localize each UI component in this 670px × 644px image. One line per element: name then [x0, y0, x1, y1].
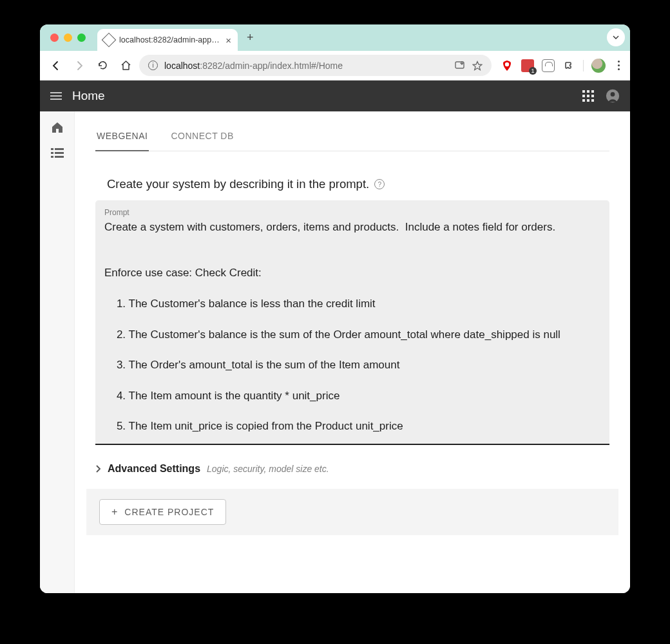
svg-rect-2 [582, 90, 585, 93]
help-icon[interactable]: ? [374, 179, 385, 189]
plus-icon: + [111, 506, 118, 518]
url-text: localhost:8282/admin-app/index.html#/Hom… [164, 61, 343, 71]
nav-back-button[interactable] [46, 56, 66, 75]
app-body: WEBGENAI CONNECT DB Create your system b… [40, 111, 630, 593]
profile-avatar-icon[interactable] [591, 59, 606, 73]
svg-rect-0 [455, 62, 464, 68]
svg-rect-14 [55, 148, 64, 150]
chevron-right-icon [95, 465, 101, 473]
sidebar-list-icon[interactable] [50, 146, 64, 160]
site-info-icon[interactable]: i [148, 61, 158, 70]
window-controls [50, 33, 86, 42]
svg-rect-4 [591, 90, 594, 93]
toolbar-separator [583, 60, 584, 71]
svg-rect-6 [587, 95, 589, 97]
apps-grid-icon[interactable] [581, 89, 595, 103]
window-close-button[interactable] [50, 33, 59, 42]
install-app-icon[interactable] [455, 61, 466, 70]
new-tab-button[interactable]: + [247, 31, 254, 44]
menu-toggle-button[interactable] [50, 92, 62, 100]
svg-point-12 [611, 92, 615, 97]
browser-menu-icon[interactable] [613, 59, 624, 72]
bookmark-star-icon[interactable] [472, 61, 483, 71]
browser-tab[interactable]: localhost:8282/admin-app/ind × [97, 29, 238, 51]
svg-rect-10 [591, 99, 594, 102]
nav-reload-button[interactable] [93, 56, 112, 75]
extension-area [495, 59, 624, 73]
main-content: WEBGENAI CONNECT DB Create your system b… [75, 111, 630, 593]
svg-rect-17 [51, 156, 53, 158]
create-project-button[interactable]: + CREATE PROJECT [99, 499, 226, 525]
account-icon[interactable] [606, 89, 620, 103]
browser-toolbar: i localhost:8282/admin-app/index.html#/H… [40, 51, 630, 80]
prompt-label: Prompt [104, 208, 600, 217]
svg-rect-18 [55, 156, 64, 158]
svg-rect-16 [55, 152, 64, 154]
svg-rect-13 [51, 148, 53, 150]
sidebar-home-icon[interactable] [50, 120, 64, 135]
svg-rect-7 [591, 95, 594, 97]
browser-tabbar: localhost:8282/admin-app/ind × + [40, 24, 630, 51]
extension-red-badge-icon[interactable] [521, 59, 534, 72]
action-bar: + CREATE PROJECT [86, 489, 618, 535]
create-project-label: CREATE PROJECT [124, 507, 214, 517]
tab-title: localhost:8282/admin-app/ind [119, 35, 220, 44]
browser-window: localhost:8282/admin-app/ind × + i local… [40, 24, 630, 593]
window-minimize-button[interactable] [64, 33, 72, 42]
tab-webgenai[interactable]: WEBGENAI [95, 123, 149, 151]
extension-adblock-icon[interactable] [501, 59, 513, 72]
tab-favicon [102, 33, 117, 48]
app-header: Home [40, 80, 630, 111]
sidebar [40, 111, 75, 593]
svg-point-1 [505, 62, 509, 66]
prompt-textarea[interactable] [104, 220, 600, 432]
advanced-settings-hint: Logic, security, model size etc. [207, 464, 329, 474]
prompt-field: Prompt [95, 200, 609, 445]
address-bar[interactable]: i localhost:8282/admin-app/index.html#/H… [139, 55, 492, 76]
heading-row: Create your system by describing it in t… [107, 177, 598, 191]
extension-sync-icon[interactable] [542, 59, 555, 72]
extensions-menu-icon[interactable] [562, 59, 575, 72]
svg-rect-15 [51, 152, 53, 154]
svg-rect-9 [587, 99, 589, 102]
section-heading: Create your system by describing it in t… [107, 177, 369, 191]
nav-forward-button[interactable] [70, 56, 89, 75]
tab-search-button[interactable] [607, 28, 625, 46]
advanced-settings-toggle[interactable]: Advanced Settings Logic, security, model… [95, 463, 609, 475]
window-maximize-button[interactable] [77, 33, 86, 42]
nav-home-button[interactable] [116, 56, 135, 75]
svg-rect-3 [587, 90, 589, 93]
svg-rect-5 [582, 95, 585, 97]
page-title: Home [72, 89, 571, 103]
tab-close-icon[interactable]: × [225, 35, 231, 46]
advanced-settings-label: Advanced Settings [108, 463, 200, 475]
content-tabs: WEBGENAI CONNECT DB [95, 123, 609, 151]
svg-rect-8 [582, 99, 585, 102]
tab-connect-db[interactable]: CONNECT DB [169, 123, 235, 151]
